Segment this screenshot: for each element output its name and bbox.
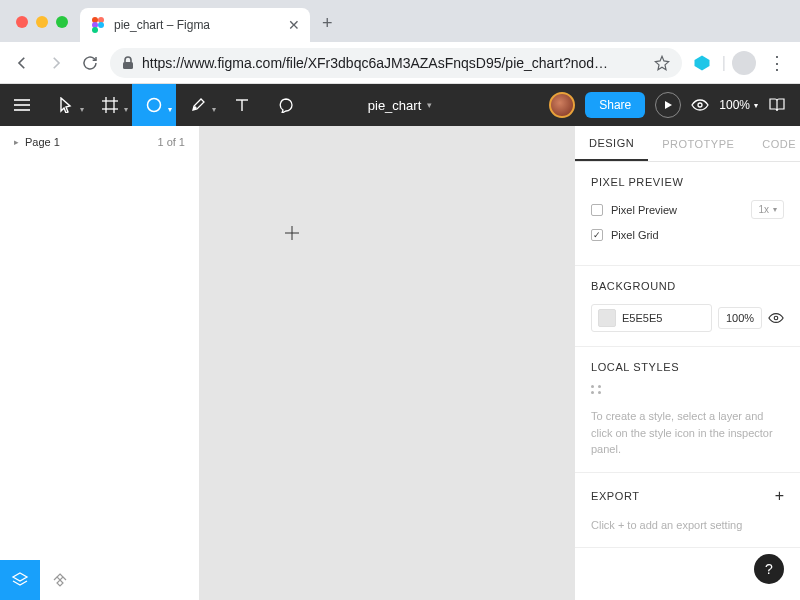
svg-point-4 — [92, 27, 98, 33]
figma-favicon — [90, 17, 106, 33]
page-label: Page 1 — [25, 136, 60, 148]
tab-close-icon[interactable]: ✕ — [288, 17, 300, 33]
svg-marker-6 — [694, 56, 709, 71]
hamburger-menu-button[interactable] — [0, 84, 44, 126]
present-button[interactable] — [655, 92, 681, 118]
pen-tool-button[interactable]: ▾ — [176, 84, 220, 126]
zoom-level: 100% — [719, 98, 750, 112]
bookmark-star-icon[interactable] — [654, 55, 670, 71]
pixel-grid-checkbox[interactable] — [591, 229, 603, 241]
section-title: LOCAL STYLES — [591, 361, 784, 373]
browser-tab[interactable]: pie_chart – Figma ✕ — [80, 8, 310, 42]
figma-toolbar: ▾ ▾ ▾ ▾ pie_chart ▾ Share 100% ▾ — [0, 84, 800, 126]
section-title: BACKGROUND — [591, 280, 784, 292]
lock-icon — [122, 56, 134, 70]
local-styles-section: LOCAL STYLES To create a style, select a… — [575, 347, 800, 473]
forward-button[interactable] — [42, 49, 70, 77]
move-tool-button[interactable]: ▾ — [44, 84, 88, 126]
scale-value: 1x — [758, 204, 769, 215]
panel-bottom-tabs — [0, 560, 199, 600]
svg-point-14 — [148, 99, 161, 112]
inspector-tabs: DESIGN PROTOTYPE CODE — [575, 126, 800, 162]
pixel-grid-label: Pixel Grid — [611, 229, 659, 241]
chevron-down-icon: ▾ — [80, 105, 84, 114]
view-settings-button[interactable] — [691, 99, 709, 111]
background-section: BACKGROUND E5E5E5 100% — [575, 266, 800, 347]
help-button[interactable]: ? — [754, 554, 784, 584]
svg-point-15 — [194, 107, 196, 109]
section-title: EXPORT — [591, 490, 640, 502]
page-count: 1 of 1 — [157, 136, 185, 148]
svg-rect-5 — [123, 62, 133, 69]
chrome-menu-icon[interactable]: ⋮ — [762, 52, 792, 74]
close-window-button[interactable] — [16, 16, 28, 28]
pixel-scale-select[interactable]: 1x ▾ — [751, 200, 784, 219]
chevron-down-icon: ▾ — [168, 105, 172, 114]
section-title: PIXEL PREVIEW — [591, 176, 784, 188]
comment-tool-button[interactable] — [264, 84, 308, 126]
share-button[interactable]: Share — [585, 92, 645, 118]
svg-point-21 — [774, 316, 778, 320]
shape-tool-button[interactable]: ▾ — [132, 84, 176, 126]
crosshair-cursor-icon — [285, 226, 299, 240]
back-button[interactable] — [8, 49, 36, 77]
tab-title: pie_chart – Figma — [114, 18, 280, 32]
extension-icon[interactable] — [688, 49, 716, 77]
inspector-panel: DESIGN PROTOTYPE CODE PIXEL PREVIEW Pixe… — [574, 126, 800, 600]
document-name[interactable]: pie_chart ▾ — [368, 98, 432, 113]
zoom-control[interactable]: 100% ▾ — [719, 98, 758, 112]
address-bar-row: https://www.figma.com/file/XFr3dbqc6aJM3… — [0, 42, 800, 84]
pixel-preview-section: PIXEL PREVIEW Pixel Preview 1x ▾ Pixel G… — [575, 162, 800, 266]
styles-grid-icon — [591, 385, 784, 394]
layers-panel: ▸ Page 1 1 of 1 — [0, 126, 200, 600]
color-swatch[interactable] — [598, 309, 616, 327]
opacity-input[interactable]: 100% — [718, 307, 762, 329]
url-text: https://www.figma.com/file/XFr3dbqc6aJM3… — [142, 55, 646, 71]
browser-chrome: pie_chart – Figma ✕ + https://www.figma.… — [0, 0, 800, 84]
page-selector[interactable]: ▸ Page 1 1 of 1 — [0, 126, 199, 158]
address-bar[interactable]: https://www.figma.com/file/XFr3dbqc6aJM3… — [110, 48, 682, 78]
user-avatar[interactable] — [549, 92, 575, 118]
chevron-down-icon: ▾ — [427, 100, 432, 110]
tab-strip: pie_chart – Figma ✕ + — [0, 0, 800, 42]
add-export-button[interactable]: + — [775, 487, 784, 505]
svg-point-18 — [698, 103, 702, 107]
profile-avatar[interactable] — [732, 51, 756, 75]
new-tab-button[interactable]: + — [310, 13, 345, 42]
layers-tab-button[interactable] — [0, 560, 40, 600]
svg-point-3 — [98, 22, 104, 28]
tab-design[interactable]: DESIGN — [575, 126, 648, 161]
local-styles-hint: To create a style, select a layer and cl… — [591, 408, 784, 458]
doc-name-label: pie_chart — [368, 98, 421, 113]
tab-code[interactable]: CODE — [748, 126, 800, 161]
assets-tab-button[interactable] — [40, 560, 80, 600]
pixel-preview-label: Pixel Preview — [611, 204, 677, 216]
chevron-down-icon: ▾ — [124, 105, 128, 114]
visibility-toggle-icon[interactable] — [768, 312, 784, 324]
export-section: EXPORT + Click + to add an export settin… — [575, 473, 800, 549]
tab-prototype[interactable]: PROTOTYPE — [648, 126, 748, 161]
hex-value: E5E5E5 — [622, 312, 662, 324]
canvas[interactable] — [200, 126, 574, 600]
minimize-window-button[interactable] — [36, 16, 48, 28]
chevron-down-icon: ▾ — [754, 101, 758, 110]
text-tool-button[interactable] — [220, 84, 264, 126]
pixel-preview-checkbox[interactable] — [591, 204, 603, 216]
window-controls — [8, 16, 80, 42]
chevron-right-icon: ▸ — [14, 137, 19, 147]
reload-button[interactable] — [76, 49, 104, 77]
export-hint: Click + to add an export setting — [591, 517, 784, 534]
chevron-down-icon: ▾ — [212, 105, 216, 114]
maximize-window-button[interactable] — [56, 16, 68, 28]
frame-tool-button[interactable]: ▾ — [88, 84, 132, 126]
workspace: ▸ Page 1 1 of 1 DESIGN PROTOTYPE CODE PI… — [0, 126, 800, 600]
library-button[interactable] — [768, 97, 786, 113]
background-color-input[interactable]: E5E5E5 — [591, 304, 712, 332]
chevron-down-icon: ▾ — [773, 205, 777, 214]
